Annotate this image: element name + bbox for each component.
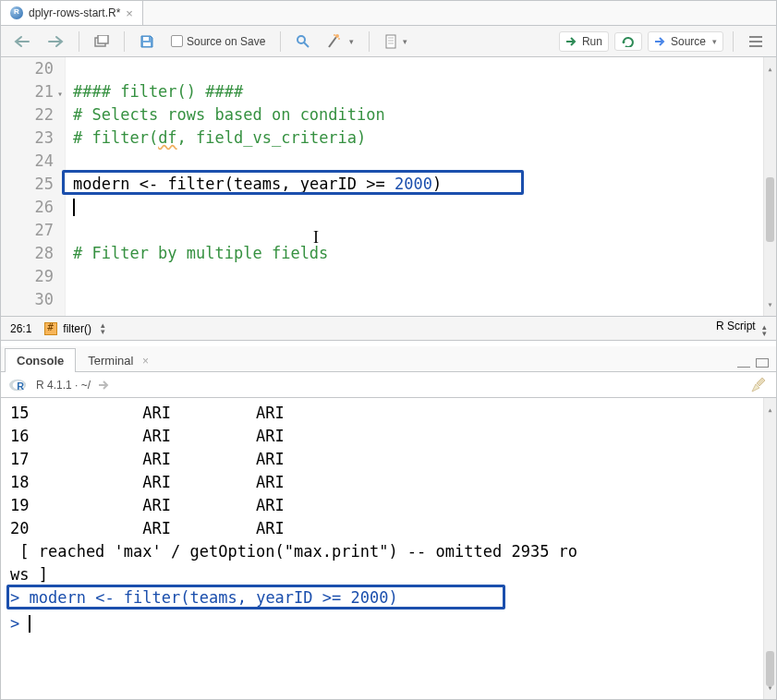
console-panel: Console Terminal × R R 4.1.1 · ~/ 15 ARI… <box>1 346 776 699</box>
updown-icon: ▴▾ <box>762 324 767 337</box>
editor-gutter: 2021222324252627282930 <box>1 57 66 316</box>
source-button[interactable]: Source ▾ <box>648 31 723 52</box>
code-line[interactable] <box>73 196 763 219</box>
svg-rect-1 <box>98 35 108 43</box>
line-number: 29 <box>1 265 54 288</box>
console-output[interactable]: 15 ARI ARI16 ARI ARI17 ARI ARI18 ARI ARI… <box>1 398 776 699</box>
svg-text:R: R <box>17 380 24 392</box>
scroll-up-icon[interactable]: ▴ <box>764 57 776 80</box>
scrollbar-thumb[interactable] <box>766 177 774 242</box>
cursor-position: 26:1 <box>10 322 31 335</box>
editor-tabbar: dplyr-rows-start.R* × <box>1 1 776 26</box>
svg-rect-2 <box>143 37 149 41</box>
svg-point-6 <box>335 34 339 38</box>
save-button[interactable] <box>134 31 160 52</box>
line-number: 25 <box>1 173 54 196</box>
svg-rect-9 <box>386 35 395 48</box>
scroll-down-icon[interactable]: ▾ <box>764 676 776 699</box>
code-line[interactable]: #### filter() #### <box>73 80 763 103</box>
close-icon[interactable]: × <box>142 355 149 368</box>
text-cursor-icon: I <box>313 226 319 249</box>
console-row: 17 ARI ARI <box>10 448 776 471</box>
section-name: filter() <box>63 322 91 335</box>
compile-report-button[interactable]: ▾ <box>379 31 413 52</box>
line-number: 21 <box>1 80 54 103</box>
close-icon[interactable]: × <box>126 6 133 20</box>
line-number: 20 <box>1 57 54 80</box>
console-row: ws ] <box>10 563 776 586</box>
code-line[interactable]: # Selects rows based on condition <box>73 103 763 127</box>
line-number: 24 <box>1 150 54 173</box>
minimize-pane-button[interactable] <box>737 358 750 368</box>
console-row: [ reached 'max' / getOption("max.print")… <box>10 540 776 563</box>
show-in-new-window-button[interactable] <box>89 32 115 51</box>
console-row: 15 ARI ARI <box>10 402 776 425</box>
console-scrollbar[interactable]: ▴ ▾ <box>763 398 776 699</box>
maximize-pane-button[interactable] <box>756 358 769 368</box>
code-line[interactable] <box>73 57 763 80</box>
line-number: 26 <box>1 196 54 219</box>
code-line[interactable]: # filter(df, field_vs_criteria) <box>73 127 763 150</box>
code-line[interactable]: # Filter by multiple fields <box>73 242 763 265</box>
line-number: 23 <box>1 127 54 150</box>
editor-code[interactable]: I #### filter() ##### Selects rows based… <box>66 57 763 316</box>
svg-point-8 <box>334 34 335 36</box>
line-number: 27 <box>1 219 54 242</box>
highlight-box <box>6 585 505 609</box>
rerun-button[interactable] <box>614 32 642 51</box>
pane-controls <box>737 358 776 371</box>
section-icon <box>44 322 57 335</box>
editor-statusbar: 26:1 filter() ▴▾ R Script ▴▾ <box>1 316 776 340</box>
editor-tab-title: dplyr-rows-start.R* <box>29 6 120 19</box>
svg-line-5 <box>304 42 309 47</box>
svg-rect-3 <box>143 42 151 46</box>
scroll-down-icon[interactable]: ▾ <box>764 293 776 316</box>
checkbox-icon <box>171 35 183 47</box>
run-button[interactable]: Run <box>559 31 609 52</box>
nav-forward-button[interactable] <box>42 32 69 51</box>
console-row: 19 ARI ARI <box>10 494 776 517</box>
editor-panel: dplyr-rows-start.R* × Source on Save ▾ <box>1 1 776 341</box>
source-on-save-label: Source on Save <box>187 35 265 48</box>
highlight-box <box>62 170 524 195</box>
caret <box>73 199 75 216</box>
clear-console-button[interactable] <box>750 377 769 393</box>
svg-point-7 <box>338 38 340 40</box>
console-infobar: R R 4.1.1 · ~/ <box>1 372 776 398</box>
code-tools-button[interactable]: ▾ <box>322 31 359 52</box>
source-on-save-toggle[interactable]: Source on Save <box>165 32 271 51</box>
updown-icon: ▴▾ <box>101 322 105 335</box>
editor-scrollbar[interactable]: ▴ ▾ <box>763 57 776 316</box>
outline-button[interactable] <box>743 32 769 51</box>
editor-body[interactable]: 2021222324252627282930 I #### filter() #… <box>1 57 776 316</box>
console-row: 16 ARI ARI <box>10 425 776 448</box>
line-number: 30 <box>1 288 54 311</box>
line-number: 22 <box>1 103 54 127</box>
code-line[interactable] <box>73 288 763 311</box>
tab-terminal-label: Terminal <box>88 354 133 368</box>
svg-point-4 <box>297 36 305 43</box>
console-tabbar: Console Terminal × <box>1 346 776 372</box>
popout-icon[interactable] <box>98 380 111 391</box>
source-label: Source <box>671 35 706 48</box>
tab-console[interactable]: Console <box>5 348 76 372</box>
find-button[interactable] <box>290 31 316 52</box>
tab-console-label: Console <box>17 354 64 368</box>
filetype-label: R Script <box>716 320 756 332</box>
code-line[interactable] <box>73 219 763 242</box>
r-logo-icon: R <box>8 377 29 393</box>
code-line[interactable] <box>73 265 763 288</box>
console-prompt[interactable]: > <box>10 612 776 635</box>
section-navigator[interactable]: filter() ▴▾ <box>44 322 105 335</box>
scroll-up-icon[interactable]: ▴ <box>764 398 776 421</box>
console-info-text: R 4.1.1 · ~/ <box>36 379 91 392</box>
filetype-selector[interactable]: R Script ▴▾ <box>716 320 767 337</box>
r-file-icon <box>10 6 23 19</box>
tab-terminal[interactable]: Terminal × <box>76 348 161 372</box>
console-row: 20 ARI ARI <box>10 517 776 540</box>
console-row: 18 ARI ARI <box>10 471 776 494</box>
editor-tab[interactable]: dplyr-rows-start.R* × <box>1 1 143 25</box>
nav-back-button[interactable] <box>8 32 36 51</box>
line-number: 28 <box>1 242 54 265</box>
run-label: Run <box>582 35 602 48</box>
